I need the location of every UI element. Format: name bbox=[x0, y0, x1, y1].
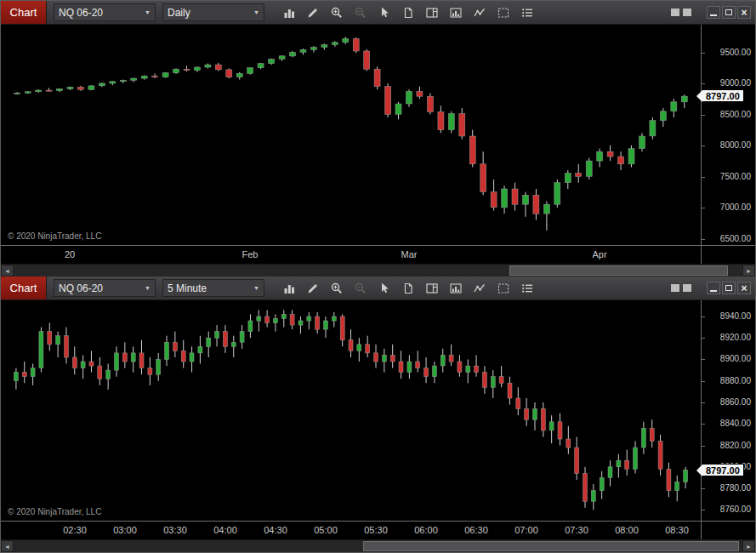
last-price-tag: 8797.00 bbox=[696, 464, 744, 476]
properties-icon[interactable] bbox=[516, 3, 537, 23]
minimize-button[interactable] bbox=[707, 282, 720, 294]
cursor-icon[interactable] bbox=[373, 278, 395, 299]
scrollbar-thumb[interactable] bbox=[363, 541, 738, 551]
zoom-out-icon[interactable] bbox=[350, 3, 371, 23]
scrollbar-thumb[interactable] bbox=[509, 265, 728, 276]
y-axis-label: 8500.00 bbox=[720, 110, 751, 120]
x-axis-label: 08:30 bbox=[665, 525, 689, 535]
y-axis-label: 8920.00 bbox=[720, 333, 751, 343]
scroll-left-button[interactable]: ◄ bbox=[1, 265, 14, 276]
chart-tab[interactable]: Chart bbox=[1, 1, 47, 24]
snapshot-icon[interactable] bbox=[397, 278, 418, 299]
time-axis-row: 02:3003:0003:3004:0004:3005:0005:3006:00… bbox=[1, 521, 755, 539]
chart-trader-icon[interactable] bbox=[421, 278, 442, 299]
chart-tab[interactable]: Chart bbox=[1, 276, 47, 299]
cursor-icon[interactable] bbox=[373, 3, 395, 23]
y-axis-label: 8000.00 bbox=[720, 140, 751, 151]
zoom-out-icon[interactable] bbox=[350, 278, 371, 299]
chart-scrollbar: ◄ ► bbox=[1, 264, 755, 276]
chart-row: © 2020 NinjaTrader, LLC 8797.00 8940.008… bbox=[1, 300, 755, 521]
scroll-left-button[interactable]: ◄ bbox=[1, 540, 14, 552]
mdi-minimize-icon[interactable] bbox=[671, 9, 679, 16]
panel-titlebar: Chart NQ 06-20 ▼ Daily ▼ × bbox=[1, 1, 755, 25]
chart-trader-icon[interactable] bbox=[421, 3, 442, 23]
scroll-right-button[interactable]: ► bbox=[742, 265, 755, 276]
chevron-down-icon: ▼ bbox=[251, 9, 259, 15]
y-axis-label: 9500.00 bbox=[720, 48, 751, 58]
chart-row: © 2020 NinjaTrader, LLC 8797.00 9500.009… bbox=[1, 25, 755, 245]
x-axis-label: Feb bbox=[242, 249, 259, 259]
time-axis[interactable]: 20FebMarApr bbox=[1, 245, 701, 264]
close-button[interactable]: × bbox=[737, 6, 751, 19]
mdi-restore-icon[interactable] bbox=[683, 9, 691, 16]
indicators-icon[interactable] bbox=[469, 3, 490, 23]
mdi-restore-icon[interactable] bbox=[683, 284, 691, 292]
data-series-icon[interactable] bbox=[492, 278, 514, 299]
y-axis-tickmark bbox=[702, 239, 705, 240]
candlestick-chart bbox=[1, 300, 701, 521]
interval-dropdown-value: 5 Minute bbox=[168, 282, 251, 294]
chart-tab-label: Chart bbox=[10, 6, 37, 19]
y-axis-tickmark bbox=[702, 488, 705, 489]
y-axis-label: 8940.00 bbox=[720, 311, 751, 322]
chart-toolbar bbox=[278, 278, 537, 299]
close-icon: × bbox=[741, 8, 747, 18]
instrument-dropdown[interactable]: NQ 06-20 ▼ bbox=[54, 3, 156, 21]
scroll-right-button[interactable]: ► bbox=[742, 540, 755, 552]
x-axis-label: 03:30 bbox=[163, 525, 187, 535]
scrollbar-track[interactable] bbox=[14, 540, 742, 552]
interval-dropdown[interactable]: Daily ▼ bbox=[162, 3, 264, 21]
maximize-button[interactable] bbox=[722, 6, 736, 19]
chart-plot-area[interactable]: © 2020 NinjaTrader, LLC bbox=[1, 25, 701, 245]
minimize-button[interactable] bbox=[707, 6, 720, 19]
price-axis[interactable]: 8797.00 8940.008920.008900.008880.008860… bbox=[701, 300, 755, 521]
zoom-in-icon[interactable] bbox=[326, 278, 347, 299]
chart-style-icon[interactable] bbox=[278, 278, 299, 299]
y-axis-tickmark bbox=[702, 381, 705, 382]
x-axis-label: 04:00 bbox=[213, 525, 237, 535]
x-axis-label: 08:00 bbox=[615, 525, 639, 535]
chevron-down-icon: ▼ bbox=[251, 285, 259, 291]
minimize-icon bbox=[710, 290, 717, 292]
zoom-in-icon[interactable] bbox=[326, 3, 347, 23]
close-button[interactable]: × bbox=[737, 282, 751, 294]
chart-panel-daily: Chart NQ 06-20 ▼ Daily ▼ × bbox=[1, 1, 755, 276]
snapshot-icon[interactable] bbox=[397, 3, 418, 23]
maximize-button[interactable] bbox=[722, 282, 736, 294]
y-axis-label: 9000.00 bbox=[720, 78, 751, 88]
maximize-icon bbox=[725, 285, 732, 291]
interval-dropdown[interactable]: 5 Minute ▼ bbox=[162, 279, 264, 297]
price-tag-arrow-icon bbox=[696, 465, 702, 476]
properties-icon[interactable] bbox=[516, 278, 537, 299]
y-axis-tickmark bbox=[702, 115, 705, 116]
x-axis-label: 20 bbox=[65, 249, 75, 259]
indicator-panel-icon[interactable] bbox=[445, 278, 466, 299]
instrument-dropdown[interactable]: NQ 06-20 ▼ bbox=[54, 279, 156, 297]
time-axis[interactable]: 02:3003:0003:3004:0004:3005:0005:3006:00… bbox=[1, 521, 701, 539]
chart-plot-area[interactable]: © 2020 NinjaTrader, LLC bbox=[1, 300, 701, 521]
data-series-icon[interactable] bbox=[492, 3, 514, 23]
minimize-icon bbox=[710, 14, 717, 16]
axis-corner bbox=[701, 521, 755, 539]
chart-scrollbar: ◄ ► bbox=[1, 539, 755, 552]
y-axis-tickmark bbox=[702, 145, 705, 146]
x-axis-label: 06:00 bbox=[414, 525, 438, 535]
y-axis-tickmark bbox=[702, 446, 705, 447]
scrollbar-track[interactable] bbox=[14, 265, 742, 276]
price-axis[interactable]: 8797.00 9500.009000.008500.008000.007500… bbox=[701, 25, 755, 245]
drawing-tools-icon[interactable] bbox=[302, 3, 323, 23]
time-axis-row: 20FebMarApr bbox=[1, 245, 755, 264]
indicators-icon[interactable] bbox=[469, 278, 490, 299]
drawing-tools-icon[interactable] bbox=[302, 278, 323, 299]
y-axis-label: 6500.00 bbox=[720, 234, 751, 244]
x-axis-label: 05:30 bbox=[364, 525, 388, 535]
y-axis-label: 8780.00 bbox=[720, 483, 751, 493]
chart-toolbar bbox=[278, 3, 537, 23]
x-axis-label: 06:30 bbox=[464, 525, 488, 535]
chart-style-icon[interactable] bbox=[278, 3, 299, 23]
ninjatrader-window: Chart NQ 06-20 ▼ Daily ▼ × bbox=[0, 0, 756, 553]
mdi-minimize-icon[interactable] bbox=[671, 284, 679, 292]
x-axis-label: 02:30 bbox=[63, 525, 87, 535]
x-axis-label: 03:00 bbox=[113, 525, 137, 535]
indicator-panel-icon[interactable] bbox=[445, 3, 466, 23]
